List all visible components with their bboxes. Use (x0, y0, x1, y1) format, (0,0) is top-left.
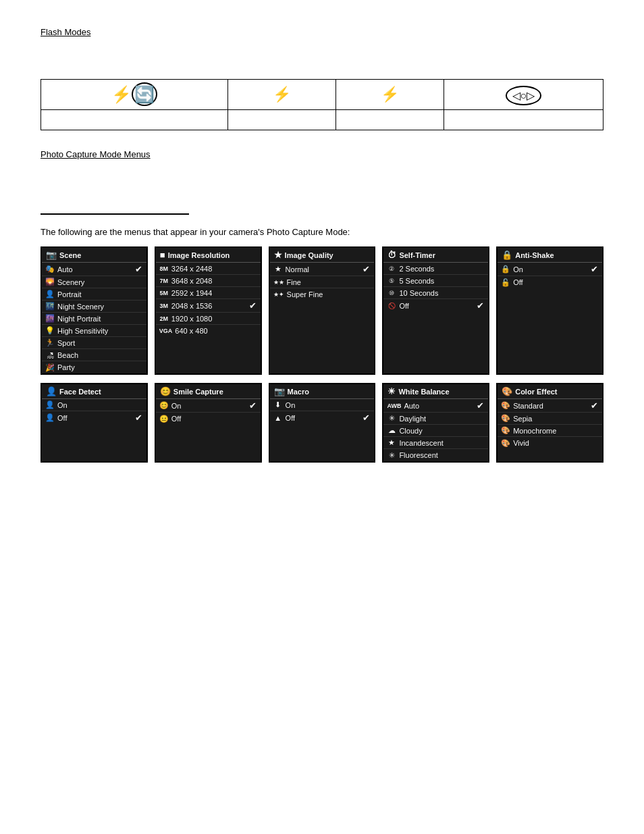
res-vga-icon: VGA (159, 328, 173, 334)
res-vga[interactable]: VGA640 x 480 (156, 325, 261, 337)
selftimer-2s-icon: ② (387, 265, 396, 272)
macro-off-check: ✔ (363, 413, 370, 423)
macro-on[interactable]: ⬇On (270, 399, 375, 411)
quality-normal[interactable]: ★Normal ✔ (270, 263, 375, 276)
smilecapture-header-label: Smile Capture (173, 388, 223, 396)
facedetect-off[interactable]: 👤Off ✔ (42, 411, 146, 424)
macro-off-label: Off (286, 414, 295, 422)
wb-cloudy-icon: ☁ (387, 426, 396, 435)
antishake-on[interactable]: 🔒On ✔ (498, 263, 602, 276)
res-5m[interactable]: 5M2592 x 1944 (156, 287, 261, 299)
menu-quality: ★ Image Quality ★Normal ✔ ★★Fine ★✦Super… (269, 246, 376, 375)
flash-label-3 (336, 110, 444, 130)
quality-fine[interactable]: ★★Fine (270, 276, 375, 288)
scene-sport-label: Sport (57, 339, 75, 347)
res-5m-icon: 5M (159, 290, 169, 296)
wb-fluorescent[interactable]: ✳Fluorescent (383, 449, 488, 461)
ce-standard[interactable]: 🎨Standard ✔ (498, 399, 602, 413)
facedetect-off-icon: 👤 (45, 413, 55, 422)
flash-label-4 (444, 110, 603, 130)
wb-cloudy-label: Cloudy (399, 427, 422, 435)
scene-auto-icon: 🎭 (45, 265, 55, 273)
whitebalance-header-label: White Balance (398, 388, 449, 396)
quality-normal-label: Normal (286, 265, 309, 273)
selftimer-5s[interactable]: ⑤5 Seconds (383, 275, 488, 287)
selftimer-10s-icon: ⑩ (387, 290, 396, 296)
selftimer-10s[interactable]: ⑩10 Seconds (383, 287, 488, 299)
selftimer-off[interactable]: 🚫Off ✔ (383, 299, 488, 312)
scene-party-icon: 🎉 (45, 363, 55, 372)
antishake-off[interactable]: 🔓Off (498, 276, 602, 288)
res-5m-label: 2592 x 1944 (171, 289, 213, 297)
scene-sport[interactable]: 🏃Sport (42, 337, 146, 349)
scene-night-scenery-icon: 🌃 (45, 302, 55, 311)
ce-sepia[interactable]: 🎨Sepia (498, 413, 602, 425)
scene-auto-label: Auto (57, 265, 73, 273)
ce-standard-icon: 🎨 (501, 401, 510, 410)
wb-daylight[interactable]: ✳Daylight (383, 413, 488, 425)
flash-icon-1: ⚡🔄 (41, 80, 228, 110)
antishake-on-icon: 🔒 (501, 265, 510, 273)
scene-party[interactable]: 🎉Party (42, 361, 146, 373)
scene-header-label: Scene (59, 251, 81, 259)
scene-auto[interactable]: 🎭Auto ✔ (42, 263, 146, 276)
res-2m-icon: 2M (159, 315, 169, 322)
flash-icon-2: ⚡ (228, 80, 336, 110)
scene-high-sens-label: High Sensitivity (57, 327, 108, 335)
scene-scenery-label: Scenery (57, 278, 84, 286)
menu-coloreffect: 🎨 Color Effect 🎨Standard ✔ 🎨Sepia 🎨Monoc… (496, 383, 603, 463)
smilecapture-off-label: Off (171, 415, 181, 423)
ce-monochrome[interactable]: 🎨Monochrome (498, 425, 602, 437)
menus-row-1: 📷 Scene 🎭Auto ✔ 🌄Scenery 👤Portrait 🌃Nigh… (41, 246, 603, 375)
ce-monochrome-icon: 🎨 (501, 426, 510, 435)
smilecapture-on[interactable]: 😊On ✔ (156, 399, 261, 413)
facedetect-on[interactable]: 👤On (42, 399, 146, 411)
wb-incandescent[interactable]: ★Incandescent (383, 437, 488, 449)
res-2m[interactable]: 2M1920 x 1080 (156, 313, 261, 325)
quality-fine-label: Fine (287, 278, 301, 286)
menu-scene: 📷 Scene 🎭Auto ✔ 🌄Scenery 👤Portrait 🌃Nigh… (41, 246, 148, 375)
scene-high-sensitivity[interactable]: 💡High Sensitivity (42, 325, 146, 337)
flash-label-1 (41, 110, 228, 130)
scene-party-label: Party (57, 363, 75, 371)
selftimer-header-label: Self-Timer (399, 251, 435, 259)
smilecapture-off-icon: 😐 (159, 415, 169, 423)
wb-daylight-label: Daylight (399, 415, 426, 423)
res-7m-icon: 7M (159, 278, 169, 284)
menu-whitebalance: ☀ White Balance AWBAuto ✔ ✳Daylight ☁Clo… (382, 383, 489, 463)
ce-vivid[interactable]: 🎨Vivid (498, 437, 602, 449)
quality-normal-check: ✔ (363, 264, 370, 274)
facedetect-off-label: Off (57, 414, 67, 422)
flash-table: ⚡🔄 ⚡ ⚡ ◁○▷ (41, 79, 603, 130)
menu-selftimer: ⏱ Self-Timer ②2 Seconds ⑤5 Seconds ⑩10 S… (382, 246, 489, 375)
macro-off[interactable]: ▲Off ✔ (270, 411, 375, 424)
scene-scenery[interactable]: 🌄Scenery (42, 276, 146, 288)
res-8m-icon: 8M (159, 265, 169, 272)
scene-beach[interactable]: 🏖Beach (42, 349, 146, 361)
quality-superfine[interactable]: ★✦Super Fine (270, 288, 375, 301)
wb-incandescent-icon: ★ (387, 438, 396, 447)
res-8m[interactable]: 8M3264 x 2448 (156, 263, 261, 275)
selftimer-2s[interactable]: ②2 Seconds (383, 263, 488, 275)
res-3m[interactable]: 3M2048 x 1536 ✔ (156, 299, 261, 313)
ce-vivid-label: Vivid (513, 439, 529, 447)
facedetect-header-label: Face Detect (59, 388, 101, 396)
quality-normal-icon: ★ (273, 265, 283, 273)
wb-auto[interactable]: AWBAuto ✔ (383, 399, 488, 413)
res-7m-label: 3648 x 2048 (171, 277, 213, 285)
scene-high-sens-icon: 💡 (45, 326, 55, 335)
scene-portrait[interactable]: 👤Portrait (42, 288, 146, 301)
selftimer-5s-icon: ⑤ (387, 278, 396, 284)
scene-night-scenery[interactable]: 🌃Night Scenery (42, 301, 146, 313)
res-3m-icon: 3M (159, 303, 169, 309)
ce-standard-check: ✔ (591, 400, 598, 411)
smilecapture-off[interactable]: 😐Off (156, 413, 261, 425)
menu-macro: 📷 Macro ⬇On ▲Off ✔ (269, 383, 376, 463)
wb-incandescent-label: Incandescent (399, 439, 443, 447)
scene-night-portrait[interactable]: 🌆Night Portrait (42, 313, 146, 325)
selftimer-off-check: ✔ (477, 301, 484, 311)
macro-on-label: On (286, 401, 296, 409)
scene-header-icon: 📷 (46, 250, 57, 260)
res-7m[interactable]: 7M3648 x 2048 (156, 275, 261, 287)
wb-cloudy[interactable]: ☁Cloudy (383, 425, 488, 437)
